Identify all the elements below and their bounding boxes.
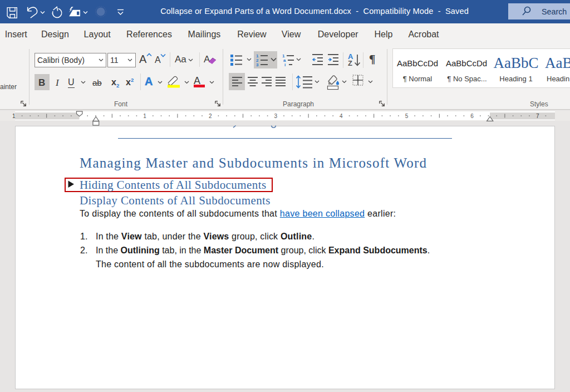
svg-text:6: 6 xyxy=(470,113,474,119)
svg-text:3: 3 xyxy=(256,62,259,67)
svg-text:7: 7 xyxy=(536,113,539,119)
svg-text:4: 4 xyxy=(340,113,343,119)
svg-text:i: i xyxy=(284,62,286,67)
svg-text:3: 3 xyxy=(274,113,278,119)
svg-text:1: 1 xyxy=(143,113,146,119)
svg-text:2: 2 xyxy=(209,113,212,119)
svg-text:5: 5 xyxy=(405,113,409,119)
svg-text:1: 1 xyxy=(12,113,16,119)
